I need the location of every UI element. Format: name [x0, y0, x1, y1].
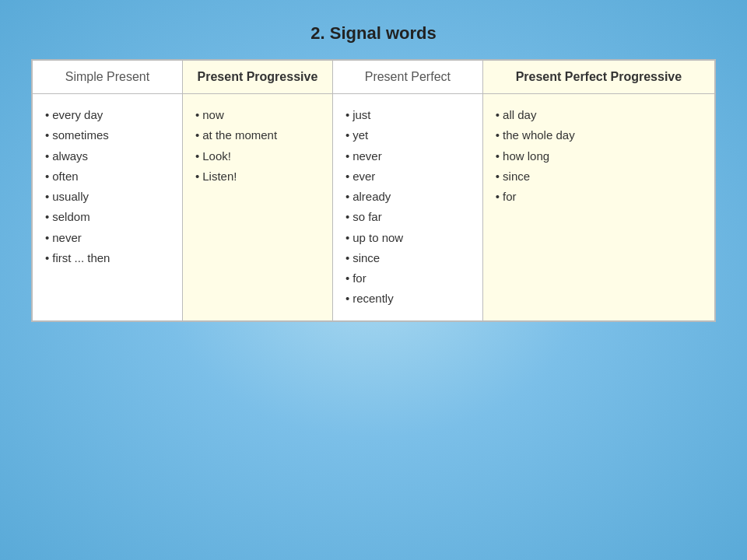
cell-present-perfect-progressive: all daythe whole dayhow longsincefor: [482, 94, 714, 321]
table-header-row: Simple Present Present Progressive Prese…: [33, 61, 715, 94]
header-present-perfect: Present Perfect: [332, 61, 482, 94]
list-item: first ... then: [45, 248, 170, 268]
list-item: recently: [345, 289, 470, 309]
header-simple-present: Simple Present: [33, 61, 183, 94]
page-title: 2. Signal words: [310, 23, 436, 44]
present-progressive-list: nowat the momentLook!Listen!: [195, 105, 320, 187]
list-item: for: [345, 268, 470, 289]
header-present-perfect-progressive: Present Perfect Progressive: [482, 61, 714, 94]
list-item: Look!: [195, 146, 320, 166]
list-item: since: [345, 248, 470, 268]
list-item: never: [345, 146, 470, 166]
list-item: always: [45, 146, 170, 166]
signal-words-table: Simple Present Present Progressive Prese…: [32, 60, 715, 321]
list-item: the whole day: [496, 125, 702, 145]
header-present-progressive: Present Progressive: [182, 61, 332, 94]
cell-present-progressive: nowat the momentLook!Listen!: [182, 94, 332, 321]
list-item: since: [496, 166, 702, 187]
list-item: up to now: [345, 228, 470, 248]
list-item: sometimes: [45, 125, 170, 145]
list-item: ever: [345, 166, 470, 187]
present-perfect-list: justyetnevereveralreadyso farup to nowsi…: [345, 105, 470, 310]
cell-present-perfect: justyetnevereveralreadyso farup to nowsi…: [332, 94, 482, 321]
list-item: just: [345, 105, 470, 125]
list-item: yet: [345, 125, 470, 145]
list-item: at the moment: [195, 125, 320, 145]
list-item: every day: [45, 105, 170, 125]
table-row: every daysometimesalwaysoftenusuallyseld…: [33, 94, 715, 321]
list-item: Listen!: [195, 166, 320, 187]
cell-simple-present: every daysometimesalwaysoftenusuallyseld…: [33, 94, 183, 321]
present-perfect-progressive-list: all daythe whole dayhow longsincefor: [496, 105, 702, 207]
list-item: never: [45, 228, 170, 248]
simple-present-list: every daysometimesalwaysoftenusuallyseld…: [45, 105, 170, 268]
list-item: for: [496, 187, 702, 207]
list-item: already: [345, 187, 470, 207]
list-item: usually: [45, 187, 170, 207]
list-item: how long: [496, 146, 702, 166]
list-item: so far: [345, 207, 470, 227]
table-wrapper: Simple Present Present Progressive Prese…: [31, 59, 716, 322]
list-item: often: [45, 166, 170, 187]
list-item: seldom: [45, 207, 170, 227]
list-item: all day: [496, 105, 702, 125]
list-item: now: [195, 105, 320, 125]
